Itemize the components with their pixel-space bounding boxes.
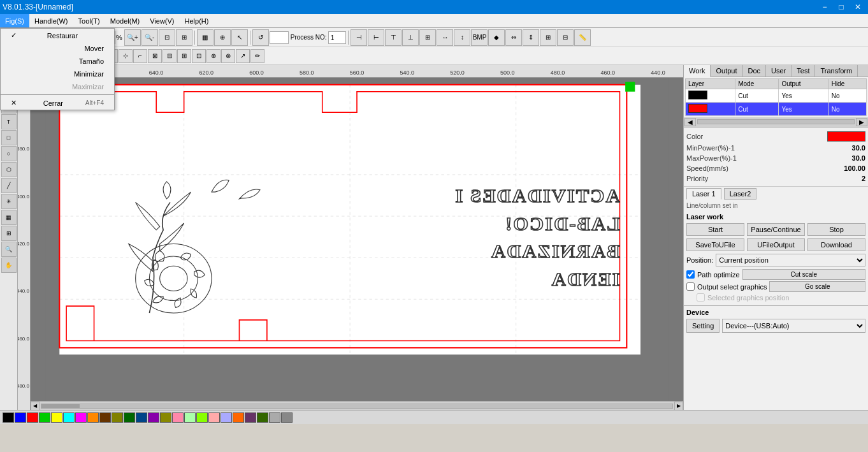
- tool-grid2[interactable]: ▦: [1, 210, 17, 225]
- tab-doc[interactable]: Doc: [743, 65, 767, 77]
- bitmap-btn[interactable]: BMP: [471, 29, 488, 46]
- minimize-button[interactable]: −: [817, 1, 832, 13]
- tool-poly[interactable]: ⬡: [1, 162, 17, 177]
- color-chip-red[interactable]: [27, 412, 38, 423]
- tab-test[interactable]: Test: [792, 65, 815, 77]
- color-chip-black[interactable]: [3, 412, 14, 423]
- output-select-checkbox[interactable]: [686, 282, 695, 291]
- dropdown-minimizar[interactable]: Minimizar: [1, 68, 114, 80]
- tool-rect[interactable]: □: [1, 130, 17, 145]
- grid-button[interactable]: ▦: [197, 29, 213, 46]
- position-select[interactable]: Current position Absolute origin Machine…: [716, 254, 865, 266]
- mirror-h[interactable]: ⇔: [505, 29, 522, 46]
- tool-pen[interactable]: ✏: [250, 49, 264, 63]
- color-chip-green[interactable]: [39, 412, 50, 423]
- path-optimize-checkbox[interactable]: [686, 270, 695, 279]
- layer-row-black[interactable]: Cut Yes No: [686, 89, 867, 103]
- process-no-value[interactable]: [328, 31, 346, 44]
- hscroll-thumb[interactable]: [41, 404, 80, 408]
- hscroll-right[interactable]: ▶: [674, 402, 683, 411]
- color-chip-gray[interactable]: [281, 412, 293, 423]
- dropdown-restaurar[interactable]: ✓ Restaurar: [1, 29, 114, 42]
- tool-close[interactable]: ⊗: [221, 49, 235, 63]
- tool-line[interactable]: ╱: [1, 178, 17, 193]
- stop-button[interactable]: Stop: [807, 223, 865, 236]
- drawing-canvas[interactable]: ACTIVIDADES I LAB-DICO! BARNIZADA IENDA: [31, 78, 683, 410]
- color-chip-darkolive[interactable]: [257, 412, 268, 423]
- align-btn5[interactable]: ⊞: [419, 29, 436, 46]
- maximize-button[interactable]: □: [834, 1, 849, 13]
- laser2-tab[interactable]: Laser2: [724, 188, 757, 200]
- color-chip-magenta[interactable]: [75, 412, 87, 423]
- color-chip-blue[interactable]: [15, 412, 26, 423]
- color-chip-navy[interactable]: [136, 412, 147, 423]
- dropdown-tamano[interactable]: Tamaño: [1, 55, 114, 68]
- tool-zoom2[interactable]: 🔍: [1, 242, 17, 257]
- start-button[interactable]: Start: [686, 223, 744, 236]
- device-setting-button[interactable]: Setting: [686, 319, 720, 333]
- align-btn6[interactable]: ↔: [437, 29, 453, 46]
- group-btn[interactable]: ⊞: [540, 29, 556, 46]
- tab-user[interactable]: User: [766, 65, 792, 77]
- tab-output[interactable]: Output: [711, 65, 742, 77]
- color-chip-brown[interactable]: [99, 412, 111, 423]
- tool-weld[interactable]: ⊠: [148, 49, 162, 63]
- color-preview[interactable]: [827, 131, 865, 142]
- tab-transform[interactable]: Transform: [815, 65, 858, 77]
- go-scale-button[interactable]: Go scale: [769, 281, 865, 292]
- color-chip-darkorange[interactable]: [233, 412, 244, 423]
- download-button[interactable]: Download: [807, 238, 865, 251]
- zoom-select-button[interactable]: ⊞: [176, 29, 192, 46]
- tab-work[interactable]: Work: [684, 65, 711, 77]
- align-btn1[interactable]: ⊣: [351, 29, 367, 46]
- selected-graphics-checkbox[interactable]: [697, 293, 705, 302]
- dropdown-cerrar[interactable]: ✕ Cerrar Alt+F4: [1, 96, 114, 110]
- menu-item-model[interactable]: Model(M): [105, 14, 145, 27]
- color-chip-yellow[interactable]: [51, 412, 62, 423]
- color-chip-lavender[interactable]: [221, 412, 232, 423]
- mirror-v[interactable]: ⇕: [523, 29, 539, 46]
- hscroll-left[interactable]: ◀: [31, 402, 40, 411]
- ufile-output-button[interactable]: UFileOutput: [747, 238, 805, 251]
- color-chip-darkyellow[interactable]: [160, 412, 171, 423]
- tool-spiro[interactable]: ✳: [1, 194, 17, 209]
- align-btn4[interactable]: ⊥: [402, 29, 419, 46]
- menu-item-help[interactable]: Help(H): [180, 14, 214, 27]
- canvas-content[interactable]: ACTIVIDADES I LAB-DICO! BARNIZADA IENDA: [31, 78, 683, 410]
- node-btn[interactable]: ◆: [488, 29, 505, 46]
- color-chip-orange[interactable]: [87, 412, 99, 423]
- color-chip-lightgreen[interactable]: [184, 412, 196, 423]
- tool-extend[interactable]: ↗: [236, 49, 250, 63]
- tool-corner[interactable]: ⌐: [133, 49, 147, 63]
- scroll-track[interactable]: [697, 119, 855, 124]
- tool-subtract[interactable]: ⊟: [163, 49, 177, 63]
- menu-item-handle[interactable]: Handle(W): [29, 14, 73, 27]
- ruler-btn[interactable]: 📏: [574, 29, 591, 46]
- zoom-in-button[interactable]: 🔍+: [124, 29, 141, 46]
- tool-measure[interactable]: ⊞: [1, 226, 17, 241]
- dropdown-mover[interactable]: Mover: [1, 42, 114, 55]
- color-chip-salmon[interactable]: [208, 412, 220, 423]
- scroll-prev[interactable]: ◀: [684, 118, 696, 126]
- menu-item-tool[interactable]: Tool(T): [73, 14, 105, 27]
- hscroll[interactable]: ◀ ▶: [31, 401, 683, 410]
- color-chip-purple[interactable]: [148, 412, 159, 423]
- color-chip-olive[interactable]: [112, 412, 123, 423]
- save-to-ufile-button[interactable]: SaveToUFile: [686, 238, 744, 251]
- color-chip-darkgreen[interactable]: [124, 412, 135, 423]
- hscroll-track[interactable]: [41, 404, 673, 409]
- zoom-out-button[interactable]: 🔍-: [141, 29, 158, 46]
- cut-scale-button[interactable]: Cut scale: [742, 269, 865, 280]
- tool-exclude[interactable]: ⊡: [192, 49, 206, 63]
- menu-item-view[interactable]: View(V): [145, 14, 179, 27]
- close-button[interactable]: ✕: [850, 1, 865, 13]
- tool-text[interactable]: T: [1, 114, 17, 129]
- color-chip-plum[interactable]: [245, 412, 256, 423]
- snap-button[interactable]: ⊕: [214, 29, 231, 46]
- pause-button[interactable]: Pause/Continue: [747, 223, 805, 236]
- color-chip-pink[interactable]: [172, 412, 184, 423]
- scroll-next[interactable]: ▶: [856, 118, 867, 126]
- process-no-input[interactable]: [270, 31, 289, 44]
- menu-item-fig[interactable]: Fig(S): [0, 14, 29, 27]
- color-chip-cyan[interactable]: [63, 412, 75, 423]
